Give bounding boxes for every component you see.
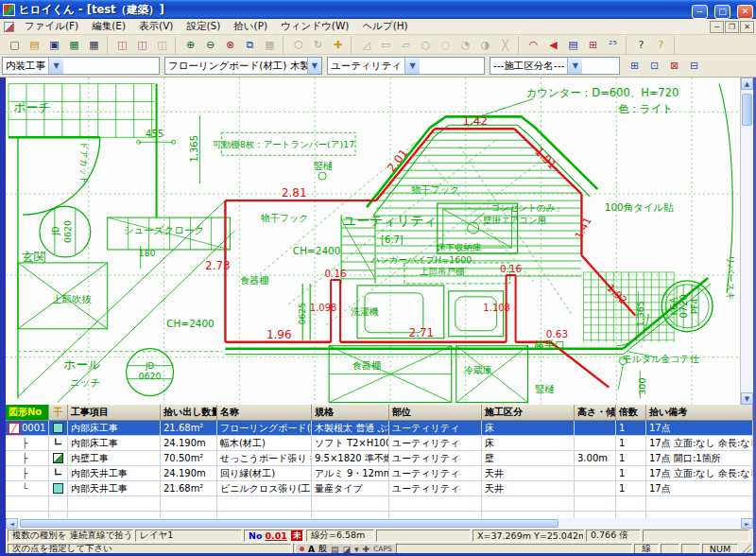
menu-item-4[interactable]: 拾い(P) [227, 19, 274, 34]
menu-item-6[interactable]: ヘルプ(H) [355, 19, 414, 34]
table-row[interactable]: ├内壁工事70.50m²せっこうボード張り 捨張り工..9.5×1820 準不燃… [6, 451, 753, 466]
vertical-scroll-track[interactable] [741, 90, 753, 392]
save-file-button[interactable]: ▣ [45, 36, 63, 53]
item-name-select[interactable]: フローリングボード(材工) 木製▼ [164, 57, 322, 75]
horizontal-scroll-thumb[interactable] [20, 519, 558, 528]
ime-input-mode[interactable]: A [308, 545, 315, 554]
context-help-button[interactable]: ? [632, 36, 650, 53]
rotate-view-button[interactable]: ↻ [309, 36, 327, 53]
chevron-down-icon[interactable]: ▼ [48, 58, 63, 74]
close-button[interactable]: ✕ [737, 5, 753, 19]
pickup-mode-1-button[interactable]: ◫ [113, 36, 131, 53]
mdi-minimize-button[interactable]: − [710, 21, 724, 33]
ime-conversion-mode[interactable]: 般 [318, 543, 327, 555]
tool-arc-button[interactable]: ◔ [456, 36, 474, 53]
table-row[interactable]: ├∟内部天井工事24.190m回り縁(材工)アルミ 9・12mm 突付けユーティ… [6, 466, 753, 481]
window-tile-button[interactable]: ⊞ [626, 58, 644, 75]
column-header-0[interactable]: 図形No [6, 405, 49, 420]
open-file-button[interactable]: ▤ [26, 36, 43, 53]
tool-circle-button[interactable]: ○ [417, 36, 435, 53]
tool-triangle-button[interactable]: ◿ [357, 36, 375, 53]
select-region-button[interactable]: ⬡ [289, 36, 307, 53]
layer-palette-button[interactable]: ▤ [564, 36, 582, 53]
scale-1-25-button[interactable]: ²⁵ [604, 36, 622, 53]
column-header-8[interactable]: 高さ・傾斜 [575, 405, 616, 420]
scroll-left-button[interactable]: ◄ [6, 518, 18, 529]
pickup-mode-3-button[interactable]: ◫ [153, 36, 171, 53]
menu-item-5[interactable]: ウィンドウ(W) [274, 19, 355, 34]
ime-caps-indicator[interactable]: CAPS [373, 545, 392, 553]
menu-item-3[interactable]: 設定(S) [180, 19, 227, 34]
zoom-grid-button[interactable]: ▦ [261, 36, 279, 53]
menu-item-2[interactable]: 表示(V) [132, 19, 180, 34]
pickup-mode-2-button[interactable]: ◫ [133, 36, 151, 53]
maximize-button[interactable]: □ [714, 5, 730, 19]
tool-halfcircle-button[interactable]: ◑ [476, 36, 494, 53]
zoom-fit-button[interactable]: ⧉ [241, 36, 259, 53]
document-icon [4, 22, 14, 32]
column-header-7[interactable]: 施工区分 [482, 405, 575, 420]
chevron-down-icon[interactable]: ▼ [404, 58, 420, 74]
ime-tool-icon-2[interactable]: ▾ [354, 545, 359, 554]
reverse-direction-button[interactable]: ◀ [544, 36, 562, 53]
scroll-down-button[interactable]: ▼ [741, 392, 753, 405]
part-select[interactable]: ユーティリティ▼ [327, 57, 485, 75]
table-row[interactable]: └内部天井工事21.68m²ビニルクロス張り(工)量産タイプユーティリティ天井1… [6, 481, 753, 496]
column-header-10[interactable]: 拾い備考 [646, 405, 753, 420]
minimize-button[interactable]: − [692, 5, 708, 19]
window-close-button[interactable]: ⊠ [665, 58, 683, 75]
chevron-down-icon[interactable]: ▼ [567, 58, 582, 74]
capture-window-button[interactable]: ⊞ [584, 36, 602, 53]
column-header-3[interactable]: 拾い出し数量 [161, 405, 217, 420]
ime-toolbar[interactable]: A般▤◪▾✚CAPS [295, 543, 397, 555]
floor-plan-svg[interactable]: ポーチ4551,365可動棚8枚：アートランバー(ア)17竪樋カウンター：D=6… [6, 78, 740, 405]
horizontal-scroll-track[interactable] [18, 518, 741, 529]
pickup-table[interactable]: 図形No干工事項目拾い出し数量名称規格部位施工区分高さ・傾斜倍数拾い備考╱000… [0, 405, 756, 518]
tool-circle2-button[interactable]: ◌ [437, 36, 455, 53]
column-header-9[interactable]: 倍数 [616, 405, 646, 420]
vertical-scrollbar[interactable]: ▲ ▼ [740, 78, 753, 405]
crosshair-button[interactable]: ✚ [329, 36, 347, 53]
ime-tool-icon-1[interactable]: ◪ [342, 545, 351, 554]
work-category-select[interactable]: 内装工事▼ [2, 57, 160, 75]
tool-rect-button[interactable]: ▭ [377, 36, 395, 53]
column-header-5[interactable]: 規格 [312, 405, 389, 420]
section-select[interactable]: ---施工区分名---▼ [490, 57, 620, 75]
drawing-area[interactable]: ポーチ4551,365可動棚8枚：アートランバー(ア)17竪樋カウンター：D=6… [0, 78, 756, 405]
zoom-out-button[interactable]: ⊖ [201, 36, 219, 53]
cell-7: 1 [616, 421, 646, 435]
window-cascade-button[interactable]: ⊡ [645, 58, 663, 75]
tool-cross-line-button[interactable]: ╳ [496, 36, 514, 53]
plan-text-label: 300 [637, 378, 647, 395]
column-header-6[interactable]: 部位 [389, 405, 482, 420]
status-incomplete-badge: 未 [291, 530, 303, 542]
mdi-restore-button[interactable]: ❐ [725, 21, 739, 33]
ime-tool-icon-3[interactable]: ✚ [363, 545, 370, 554]
about-help-button[interactable]: ? [652, 36, 670, 53]
arc-measure-button[interactable]: ◠ [524, 36, 542, 53]
column-header-2[interactable]: 工事項目 [68, 405, 161, 420]
window-list-button[interactable]: ⊟ [685, 58, 703, 75]
scroll-right-button[interactable]: ► [741, 518, 753, 529]
scroll-up-button[interactable]: ▲ [741, 78, 753, 90]
new-file-button[interactable]: ▢ [6, 36, 24, 53]
ime-tool-icon-0[interactable]: ▤ [331, 545, 339, 554]
table-row[interactable]: ╱0001内部床工事21.68m²フローリングボード(材工)木製根太 普通 ぶな… [6, 421, 753, 436]
tool-parallelogram-button[interactable]: ▱ [397, 36, 415, 53]
menu-item-0[interactable]: ファイル(F) [18, 19, 85, 34]
figure-no-value: 0001 [22, 423, 45, 433]
chevron-down-icon[interactable]: ▼ [307, 58, 321, 74]
column-header-1[interactable]: 干 [49, 405, 68, 420]
vertical-scroll-thumb[interactable] [742, 94, 752, 126]
menu-item-1[interactable]: 編集(E) [85, 19, 132, 34]
table-horizontal-scrollbar[interactable]: ◄ ► [0, 518, 756, 529]
table-row[interactable]: ├∟内部床工事24.190m幅木(材工)ソフト T2×H100mmユーティリティ… [6, 436, 753, 451]
status-bar-2: 次の点を指定して下さい 線 NUM A般▤◪▾✚CAPS [0, 543, 756, 555]
resize-grip[interactable] [740, 544, 751, 554]
display-list-button[interactable]: ▦ [85, 36, 103, 53]
zoom-area-button[interactable]: ⊗ [221, 36, 239, 53]
zoom-in-button[interactable]: ⊕ [181, 36, 199, 53]
column-header-4[interactable]: 名称 [217, 405, 312, 420]
mdi-close-button[interactable]: ✕ [740, 21, 754, 33]
display-drawing-button[interactable]: ▦ [65, 36, 83, 53]
